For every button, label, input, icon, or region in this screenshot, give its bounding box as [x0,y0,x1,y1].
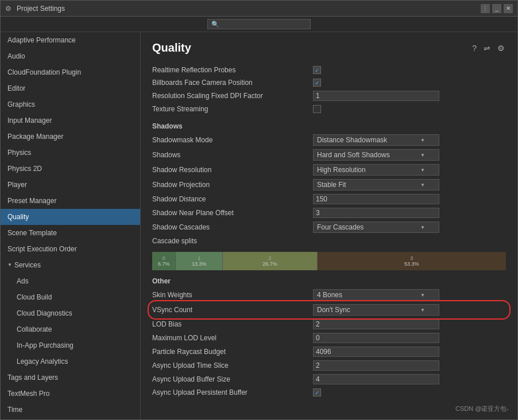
setting-label: Async Upload Time Slice [152,361,313,370]
sidebar-item-cloudfoundation[interactable]: CloudFoundation Plugin [1,64,140,80]
dropdown-value: Stable Fit [317,181,346,189]
sidebar-item-physics[interactable]: Physics [1,145,140,161]
shadow-distance-input[interactable] [313,194,439,204]
chevron-down-icon: ▼ [420,293,425,298]
sidebar-item-tags-layers[interactable]: Tags and Layers [1,370,140,386]
sidebar-item-package-manager[interactable]: Package Manager [1,129,140,145]
sidebar-item-collaborate[interactable]: Collaborate [1,321,140,337]
project-settings-window: ⚙ Project Settings ⋮ _ ✕ Adaptive Perfor… [0,0,518,420]
cascade-segment-2[interactable]: 2 26.7% [223,252,317,270]
setting-shadows: Shadows Hard and Soft Shadows ▼ [152,147,506,162]
shadow-projection-dropdown[interactable]: Stable Fit ▼ [313,179,439,190]
menu-button[interactable]: ⋮ [481,4,490,13]
sidebar-item-player[interactable]: Player [1,177,140,193]
setting-value [313,347,506,357]
cascade-segment-3[interactable]: 3 53.3% [318,252,506,270]
realtime-reflection-probes-checkbox[interactable] [313,66,321,74]
help-icon[interactable]: ? [471,42,478,54]
sidebar-item-audio[interactable]: Audio [1,48,140,64]
cascade-segment-1[interactable]: 1 13.3% [176,252,223,270]
sidebar-item-quality[interactable]: Quality [1,209,140,225]
window-controls: ⋮ _ ✕ [481,4,513,13]
setting-shadow-cascades: Shadow Cascades Four Cascades ▼ [152,220,506,235]
sidebar-item-cloud-diagnostics[interactable]: Cloud Diagnostics [1,305,140,321]
setting-value [313,194,506,204]
sidebar-section-services: ▼ Services [1,257,140,273]
sidebar-item-time[interactable]: Time [1,402,140,418]
setting-async-upload-persistent-buffer: Async Upload Persistent Buffer [152,386,506,399]
setting-label: Maximum LOD Level [152,334,313,342]
sidebar-item-scene-template[interactable]: Scene Template [1,225,140,241]
sidebar-item-in-app-purchasing[interactable]: In-App Purchasing [1,337,140,353]
shadow-cascades-dropdown[interactable]: Four Cascades ▼ [313,221,439,233]
shadow-resolution-dropdown[interactable]: High Resolution ▼ [313,164,439,176]
shadow-near-plane-offset-input[interactable] [313,208,439,218]
setting-label: VSync Count [152,306,313,314]
setting-value [313,374,506,384]
maximum-lod-level-input[interactable] [313,333,439,343]
setting-label: Async Upload Buffer Size [152,375,313,383]
setting-value [313,319,506,329]
window-icon: ⚙ [5,5,13,13]
content-header: Quality ? ⇌ ⚙ [152,41,506,55]
setting-texture-streaming: Texture Streaming [152,103,506,115]
chevron-down-icon: ▼ [420,308,425,313]
dropdown-value: 4 Bones [317,291,342,299]
setting-label: Texture Streaming [152,105,313,113]
setting-shadowmask-mode: Shadowmask Mode Distance Shadowmask ▼ [152,133,506,147]
setting-shadow-distance: Shadow Distance [152,192,506,206]
async-upload-buffer-size-input[interactable] [313,374,439,384]
sidebar-item-editor[interactable]: Editor [1,80,140,96]
setting-billboards-face-camera: Billboards Face Camera Position [152,76,506,89]
sidebar-item-adaptive-performance[interactable]: Adaptive Performance [1,32,140,48]
skin-weights-dropdown[interactable]: 4 Bones ▼ [313,289,439,301]
sidebar-item-services[interactable]: Services [14,259,41,271]
shadows-dropdown[interactable]: Hard and Soft Shadows ▼ [313,149,439,161]
setting-label: Shadow Distance [152,195,313,203]
chevron-down-icon: ▼ [420,153,425,158]
setting-skin-weights: Skin Weights 4 Bones ▼ [152,287,506,302]
lod-bias-input[interactable] [313,319,439,329]
cascade-segment-0[interactable]: 0 6.7% [152,252,176,270]
search-input[interactable] [207,19,311,29]
setting-label: Skin Weights [152,291,313,299]
sidebar-item-physics-2d[interactable]: Physics 2D [1,161,140,177]
shadowmask-mode-dropdown[interactable]: Distance Shadowmask ▼ [313,134,439,146]
async-upload-time-slice-input[interactable] [313,360,439,371]
setting-value: Stable Fit ▼ [313,179,506,190]
setting-shadow-near-plane-offset: Shadow Near Plane Offset [152,206,506,220]
setting-realtime-reflection-probes: Realtime Reflection Probes [152,64,506,76]
search-bar [1,17,517,32]
expand-icon: ▼ [7,259,12,271]
minimize-button[interactable]: _ [492,4,501,13]
chevron-down-icon: ▼ [420,168,425,173]
particle-raycast-budget-input[interactable] [313,347,439,357]
setting-value: Distance Shadowmask ▼ [313,134,506,146]
sidebar-item-script-execution[interactable]: Script Execution Order [1,241,140,257]
setting-maximum-lod-level: Maximum LOD Level [152,331,506,345]
setting-value: High Resolution ▼ [313,164,506,176]
layout-icon[interactable]: ⇌ [482,42,492,54]
setting-label: Shadows [152,151,313,159]
sidebar-item-ads[interactable]: Ads [1,273,140,289]
sidebar-item-textmesh-pro[interactable]: TextMesh Pro [1,386,140,402]
setting-resolution-scaling: Resolution Scaling Fixed DPI Factor [152,89,506,103]
billboards-face-camera-checkbox[interactable] [313,79,321,87]
resolution-scaling-input[interactable] [313,91,439,101]
texture-streaming-checkbox[interactable] [313,105,321,113]
async-upload-persistent-buffer-checkbox[interactable] [313,388,321,396]
sidebar-item-graphics[interactable]: Graphics [1,96,140,112]
close-button[interactable]: ✕ [504,4,513,13]
sidebar-item-legacy-analytics[interactable]: Legacy Analytics [1,353,140,370]
sidebar-item-input-manager[interactable]: Input Manager [1,112,140,129]
sidebar-item-cloud-build[interactable]: Cloud Build [1,289,140,305]
chevron-down-icon: ▼ [420,138,425,143]
dropdown-value: Distance Shadowmask [317,136,387,144]
vsync-count-dropdown[interactable]: Don't Sync ▼ [313,304,439,316]
sidebar-item-timeline[interactable]: Timeline [1,418,140,419]
setting-label: Realtime Reflection Probes [152,66,313,74]
setting-label: Billboards Face Camera Position [152,79,313,87]
setting-value [313,91,506,101]
sidebar-item-preset-manager[interactable]: Preset Manager [1,193,140,209]
settings-icon[interactable]: ⚙ [496,42,506,54]
